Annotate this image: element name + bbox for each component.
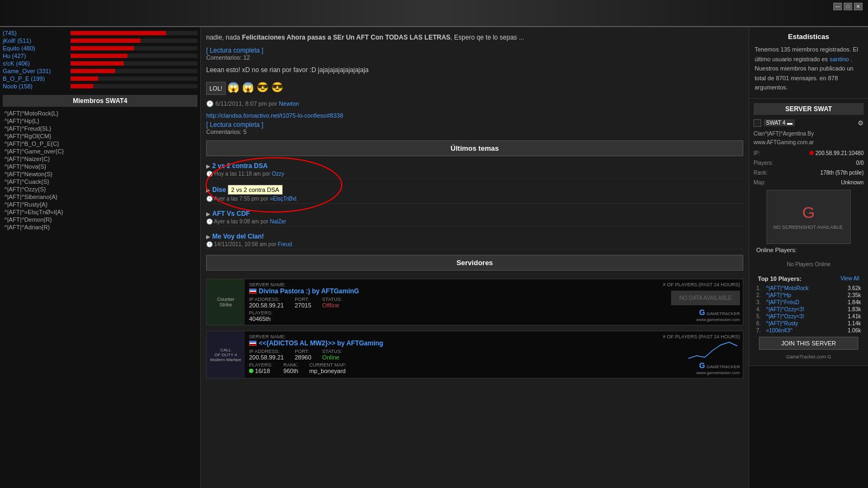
center-content: nadie, nada Felicitaciones Ahora pasas a… — [201, 27, 749, 488]
top10-item-3: 3. ^|AFT|^FréuD 1.84k — [756, 299, 861, 306]
no-data-box: NO DATA AVAILABLE — [671, 291, 740, 305]
online-indicator — [249, 369, 253, 373]
player-bar-container — [71, 61, 197, 66]
read-more-link[interactable]: [ Lectura completa ] — [206, 47, 743, 54]
player-link[interactable]: Equito (480) — [3, 45, 68, 52]
topic-author-3[interactable]: NaiZer — [270, 219, 286, 224]
top10-name: ^|AFT|^FréuD — [766, 299, 848, 305]
map-value-cod: mp_boneyard — [309, 368, 346, 374]
player-link[interactable]: Hu (427) — [3, 53, 68, 59]
player-bar — [71, 76, 98, 81]
swat-details: Clan^|AFT|^Argentina By www.AFTGaming.co… — [754, 130, 864, 187]
lol-sticker: LOL! — [206, 82, 226, 95]
top10-name: ^|AFT|^Rusty — [766, 320, 848, 326]
rank-value-cod: 960th — [283, 368, 298, 374]
topic-item-2: ▶ Dise 2 vs 2 contra DSA 🕐 Ayer a las 7:… — [206, 183, 743, 204]
member-item: ^|AFT|^RgOl{CM} — [3, 132, 197, 140]
port-label-cod: PORT: — [295, 349, 311, 354]
server-info-cs: SERVER NAME: Divina Pastora :) by AFTGam… — [245, 279, 634, 325]
server-name-label-cod: SERVER NAME: — [249, 334, 630, 339]
players-24h-label-cod: # OF PLAYERS (past 24 hours) — [663, 334, 740, 339]
stats-box: Estadísticas Tenemos 135 miembros regist… — [749, 27, 868, 99]
topic-title-2[interactable]: Dise — [212, 186, 228, 194]
settings-icon[interactable]: ⚙ — [858, 119, 864, 127]
player-graph — [686, 339, 740, 361]
gametracker-logo-cs: G GAMETRACKERwww.gametracker.com — [697, 308, 740, 322]
player-link[interactable]: jKoll! (511) — [3, 37, 68, 44]
topic-title-3[interactable]: AFT Vs CDF — [212, 210, 250, 217]
server-card-cs: CounterStrike SERVER NAME: Divina Pastor… — [206, 279, 743, 325]
ip-label: IP ADDRESS: — [249, 297, 284, 302]
view-all-link[interactable]: View All — [840, 275, 859, 281]
post-highlight: Felicitaciones Ahora pasas a SEr Un AFT … — [242, 34, 450, 41]
map-label-cod: CURRENT MAP: — [309, 362, 346, 368]
servers-section: CounterStrike SERVER NAME: Divina Pastor… — [206, 279, 743, 378]
section-header-topics: Últimos temas — [206, 140, 743, 156]
player-list: (745) jKoll! (511) Equito (480) Hu (427) — [3, 30, 197, 89]
close-button[interactable]: ✕ — [854, 3, 863, 10]
minimize-button[interactable]: — — [833, 3, 842, 10]
swat4-server-header: SWAT 4 ▬ ⚙ — [754, 119, 864, 127]
forum-url-link[interactable]: http://clandsa.foroactivo.net/t1075-lo-c… — [206, 112, 343, 119]
players-label: PLAYERS: — [249, 310, 272, 316]
bullet-icon-3: ▶ — [206, 211, 210, 217]
top10-score: 1.83k — [848, 306, 861, 312]
top10-rank: 4. — [756, 306, 764, 312]
status-value-cod: Online — [322, 354, 342, 361]
top10-name: »100ën¢3^ — [766, 328, 848, 333]
post-meta: 🕐 6/11/2011, 8:07 pm por Newton — [206, 100, 743, 107]
stats-title: Estadísticas — [755, 33, 863, 41]
topic-meta-2: 🕐 Ayer a las 7:55 pm por »ElsçTrØxt — [206, 196, 743, 202]
bullet-icon-4: ▶ — [206, 234, 210, 240]
top10-score: 1.06k — [848, 328, 861, 333]
maximize-button[interactable]: □ — [844, 3, 852, 10]
topic-author-2[interactable]: »ElsçTrØxt — [270, 196, 296, 202]
main-layout: (745) jKoll! (511) Equito (480) Hu (427) — [0, 27, 868, 488]
player-bar-container — [71, 46, 197, 50]
list-item: Equito (480) — [3, 45, 197, 52]
status-label: STATUS: — [322, 297, 342, 302]
server-name-label: SERVER NAME: — [249, 282, 630, 287]
player-bar — [71, 46, 134, 50]
player-link[interactable]: s!cK (406) — [3, 60, 68, 67]
ip-value-cod: 200.58.99.21 — [249, 354, 284, 361]
server-image-cod: CALLOF DUTY 4Modern Warfare — [207, 331, 245, 378]
topic-author-4[interactable]: Freud — [278, 241, 292, 247]
players-value-cs: 40465th — [249, 316, 272, 322]
read-more-2[interactable]: [ Lectura completa ] — [206, 121, 743, 129]
server-right-cs: # OF PLAYERS (past 24 hours) NO DATA AVA… — [634, 279, 743, 325]
top10-rank: 2. — [756, 292, 764, 298]
top-bar: — □ ✕ — [0, 0, 868, 27]
url-row: http://clandsa.foroactivo.net/t1075-lo-c… — [206, 112, 743, 119]
member-item: ^|AFT|^Newton{S} — [3, 170, 197, 178]
player-bar-container — [71, 31, 197, 35]
player-link[interactable]: Game_Over (331) — [3, 68, 68, 74]
read-more-anchor-2[interactable]: [ Lectura completa ] — [206, 121, 263, 129]
topic-title-4[interactable]: Me Voy del Clan! — [212, 233, 264, 240]
swat-detail-players: Players: 0/0 — [754, 159, 864, 168]
server-name-text: Divina Pastora :) by AFTGaminG — [259, 287, 359, 295]
clock-icon-2: 🕐 — [206, 196, 213, 202]
tooltip-highlight: 2 vs 2 contra DSA — [228, 185, 283, 195]
topic-author-1[interactable]: Ozzy — [272, 171, 284, 177]
join-server-button[interactable]: JOIN THIS SERVER — [759, 337, 858, 350]
right-sidebar: Estadísticas Tenemos 135 miembros regist… — [749, 27, 868, 488]
author-link[interactable]: Newton — [279, 100, 299, 107]
player-link[interactable]: Noob (158) — [3, 83, 68, 89]
read-more-anchor[interactable]: [ Lectura completa ] — [206, 47, 263, 54]
player-link[interactable]: (745) — [3, 30, 68, 36]
list-item: Noob (158) — [3, 83, 197, 89]
topic-title-1[interactable]: 2 vs 2 contra DSA — [212, 162, 267, 170]
clock-icon: 🕐 — [206, 100, 214, 107]
member-item: ^|AFT|^Ozzy{S} — [3, 185, 197, 193]
last-user-link[interactable]: santino — [829, 56, 848, 62]
clock-icon-4: 🕐 — [206, 241, 213, 247]
comments-count: Comentarios: 12 — [206, 54, 743, 61]
member-item: ^|AFT|^»ElsçTnØ«l{A} — [3, 208, 197, 216]
server-name-text-cod: <<{ADICTOS AL MW2}>> by AFTGaming — [259, 339, 383, 347]
player-bar — [71, 61, 124, 66]
ip-value: 200.58.99.21 — [249, 302, 284, 309]
no-players-text: No Players Online — [754, 256, 864, 273]
top10-name: ^|AFT|^Ozzy<3! — [766, 306, 848, 312]
player-link[interactable]: B_O_P_E (199) — [3, 75, 68, 82]
